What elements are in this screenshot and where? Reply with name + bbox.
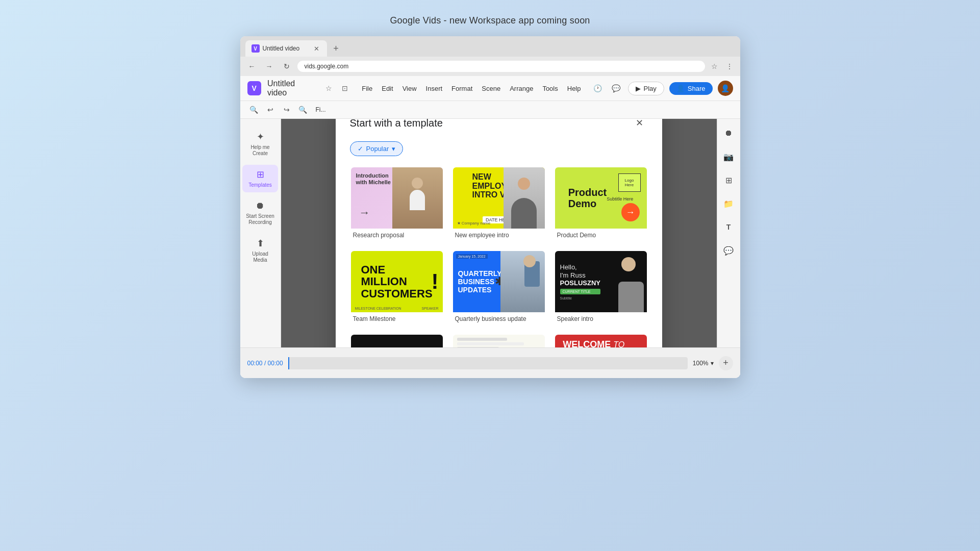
toolbar-right: 🕐 💬 ▶ Play 👤 Share 👤	[591, 81, 733, 96]
modal-overlay: Start with a template ✕ ✓ Popular ▾	[281, 119, 717, 347]
url-text: vids.google.com	[305, 63, 349, 70]
sidebar-label-upload-media: Upload Media	[245, 251, 275, 263]
template-item-product-demo[interactable]: ProductDemo Subtitle Here LogoHere → Pro…	[554, 166, 648, 242]
history-button[interactable]: 🕐	[591, 82, 605, 95]
template-thumbnail-welcome: WELCOME to COMPANY NAME Subtitle or logo…	[555, 335, 647, 347]
drive-button[interactable]: ⊡	[338, 82, 351, 95]
menu-help[interactable]: Help	[563, 83, 585, 94]
menu-scene[interactable]: Scene	[478, 83, 505, 94]
app-logo: V	[247, 81, 262, 95]
timeline-track[interactable]	[288, 357, 688, 369]
template-item-team-milestone[interactable]: ONEMILLIONCUSTOMERS ! MILESTONE CELEBRAT…	[350, 250, 444, 325]
time-separator: /	[264, 360, 268, 367]
search-tool-button[interactable]: 🔍	[247, 103, 261, 116]
template-thumbnail-milestone: ONEMILLIONCUSTOMERS ! MILESTONE CELEBRAT…	[351, 251, 443, 312]
template-item-research-proposal[interactable]: Introduction with Michelle →	[350, 166, 444, 242]
template-item-logo-redesign[interactable]: Logo Redesign & Visual Identity	[350, 334, 444, 347]
speaker-left: Hello,I'm Russ Posluszny CURRENT TITLE S…	[555, 258, 606, 305]
tab-title: Untitled video	[263, 45, 310, 52]
browser-tab[interactable]: V Untitled video ✕	[245, 40, 327, 57]
time-display: 00:00 / 00:00	[247, 360, 283, 367]
template-label-new-employee: New employee intro	[453, 229, 545, 241]
canvas-area: Start with a template ✕ ✓ Popular ▾	[281, 119, 717, 347]
welcome-to: to	[613, 340, 624, 347]
sidebar-item-upload-media[interactable]: ⬆ Upload Media	[242, 234, 278, 267]
browser-chrome: V Untitled video ✕ + ← → ↻ vids.google.c…	[240, 36, 740, 76]
add-scene-button[interactable]: +	[719, 356, 733, 370]
new-tab-button[interactable]: +	[329, 41, 343, 56]
right-icon-record[interactable]: ⏺	[720, 125, 737, 141]
template-thumbnail-product: ProductDemo Subtitle Here LogoHere →	[555, 167, 647, 229]
modal-header: Start with a template ✕	[350, 119, 648, 131]
welcome-text: WELCOME to COMPANY NAME	[563, 340, 638, 347]
modal-close-button[interactable]: ✕	[632, 119, 648, 131]
undo-button[interactable]: ↩	[264, 103, 277, 116]
zoom-chevron[interactable]: ▾	[711, 360, 714, 367]
right-icon-folder[interactable]: 📁	[720, 195, 737, 212]
template-item-company-welcome[interactable]: WELCOME to COMPANY NAME Subtitle or logo…	[554, 334, 648, 347]
chip-label: Popular	[366, 145, 389, 153]
share-icon: 👤	[676, 85, 685, 92]
back-button[interactable]: ←	[245, 60, 259, 73]
left-sidebar: ✦ Help me Create ⊞ Templates ⏺ Start Scr…	[240, 119, 281, 347]
templates-icon: ⊞	[257, 169, 264, 180]
sidebar-label-templates: Templates	[248, 182, 272, 188]
current-time: 00:00	[247, 360, 263, 367]
comments-button[interactable]: 💬	[610, 82, 623, 95]
template-item-new-employee[interactable]: NEWEMPLOYEEINTRO VIDEO DATE HERE ★ Compa…	[452, 166, 546, 242]
quarterly-date: January 15, 2022	[456, 254, 488, 259]
address-field[interactable]: vids.google.com	[297, 61, 705, 72]
template-thumbnail-quarterly: January 15, 2022 QuarterlyBusinessUpdate…	[453, 251, 545, 312]
app-title: Untitled video	[267, 79, 316, 97]
template-thumbnail-logo-redesign: Logo Redesign & Visual Identity	[351, 335, 443, 347]
bookmark-button[interactable]: ☆	[709, 60, 720, 72]
intro-title-text: Introduction with Michelle	[356, 172, 391, 186]
template-item-speaker-intro[interactable]: Hello,I'm Russ Posluszny CURRENT TITLE S…	[554, 250, 648, 325]
menu-insert[interactable]: Insert	[422, 83, 447, 94]
template-item-qa[interactable]: Q&A Q&A	[452, 334, 546, 347]
right-icon-camera[interactable]: 📷	[720, 148, 737, 165]
forward-button[interactable]: →	[263, 60, 276, 73]
menu-tools[interactable]: Tools	[538, 83, 562, 94]
menu-edit[interactable]: Edit	[378, 83, 397, 94]
quarterly-title: QuarterlyBusinessUpdates	[458, 269, 498, 294]
record-icon: ⏺	[256, 201, 265, 211]
right-panel: ⏺ 📷 ⊞ 📁 T 💬	[717, 119, 740, 347]
sidebar-item-templates[interactable]: ⊞ Templates	[242, 165, 278, 192]
zoom-out-button[interactable]: 🔍	[296, 103, 310, 116]
product-title: ProductDemo	[568, 187, 607, 209]
template-label-research-proposal: Research proposal	[351, 229, 443, 241]
template-thumbnail-intro: Introduction with Michelle →	[351, 167, 443, 229]
template-item-quarterly-update[interactable]: January 15, 2022 QuarterlyBusinessUpdate…	[452, 250, 546, 325]
sidebar-item-screen-recording[interactable]: ⏺ Start Screen Recording	[242, 196, 278, 230]
redo-button[interactable]: ↪	[280, 103, 293, 116]
milestone-text: ONEMILLIONCUSTOMERS	[361, 264, 432, 299]
right-icon-chat[interactable]: 💬	[720, 242, 737, 259]
star-button[interactable]: ☆	[322, 82, 335, 95]
user-avatar[interactable]: 👤	[718, 81, 733, 96]
template-label-team-milestone: Team Milestone	[351, 312, 443, 324]
menu-format[interactable]: Format	[447, 83, 476, 94]
tab-close-button[interactable]: ✕	[313, 44, 321, 53]
right-icon-layout[interactable]: ⊞	[720, 172, 737, 188]
announcement-text: Google Vids - new Workspace app coming s…	[390, 15, 590, 26]
menu-view[interactable]: View	[398, 83, 421, 94]
popular-filter-chip[interactable]: ✓ Popular ▾	[350, 141, 404, 156]
browser-menu-button[interactable]: ⋮	[724, 60, 735, 72]
play-button[interactable]: ▶ Play	[628, 82, 664, 95]
sidebar-label-screen-recording: Start Screen Recording	[245, 213, 275, 226]
menu-arrange[interactable]: Arrange	[506, 83, 537, 94]
bottom-bar: 00:00 / 00:00 100% ▾ +	[240, 347, 740, 378]
employee-person-image	[504, 167, 545, 229]
right-icon-text[interactable]: T	[720, 219, 737, 235]
modal-title: Start with a template	[350, 119, 443, 129]
template-modal: Start with a template ✕ ✓ Popular ▾	[336, 119, 662, 347]
menu-file[interactable]: File	[358, 83, 376, 94]
format-label: Fi...	[316, 106, 326, 113]
quarterly-image	[500, 251, 544, 312]
refresh-button[interactable]: ↻	[280, 60, 293, 73]
milestone-speaker: SPEAKER	[421, 307, 438, 310]
share-button[interactable]: 👤 Share	[669, 82, 713, 95]
sidebar-item-help-me-create[interactable]: ✦ Help me Create	[242, 127, 278, 161]
app-content: V Untitled video ☆ ⊡ File Edit View Inse…	[240, 76, 740, 378]
